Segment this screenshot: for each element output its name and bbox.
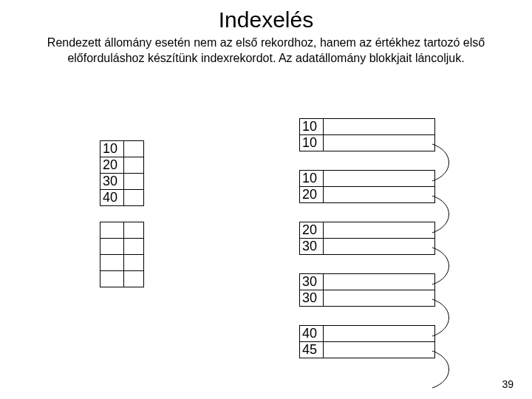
index-table: 10 20 30 40 bbox=[100, 140, 144, 206]
record-key: 30 bbox=[300, 239, 324, 255]
data-block-5: 40 45 bbox=[299, 325, 435, 358]
empty-cell bbox=[100, 222, 124, 239]
empty-cell bbox=[100, 255, 124, 271]
index-ptr bbox=[124, 157, 144, 174]
record-key: 30 bbox=[300, 274, 324, 290]
index-key: 40 bbox=[100, 190, 124, 206]
empty-cell bbox=[100, 239, 124, 255]
empty-cell bbox=[124, 255, 144, 271]
page-number: 39 bbox=[502, 378, 514, 390]
record-key: 10 bbox=[300, 135, 324, 151]
record-data bbox=[324, 274, 435, 290]
data-block-1: 10 10 bbox=[299, 118, 435, 151]
index-ptr bbox=[124, 141, 144, 157]
record-key: 20 bbox=[300, 187, 324, 203]
index-ptr bbox=[124, 174, 144, 190]
record-data bbox=[324, 222, 435, 239]
empty-cell bbox=[124, 239, 144, 255]
record-data bbox=[324, 326, 435, 342]
index-key: 10 bbox=[100, 141, 124, 157]
empty-cell bbox=[124, 271, 144, 287]
record-data bbox=[324, 290, 435, 307]
record-key: 20 bbox=[300, 222, 324, 239]
record-data bbox=[324, 171, 435, 187]
empty-cell bbox=[100, 271, 124, 287]
record-key: 45 bbox=[300, 342, 324, 358]
index-ptr bbox=[124, 190, 144, 206]
record-data bbox=[324, 187, 435, 203]
record-data bbox=[324, 342, 435, 358]
data-block-2: 10 20 bbox=[299, 170, 435, 203]
empty-cell bbox=[124, 222, 144, 239]
record-data bbox=[324, 119, 435, 135]
index-key: 30 bbox=[100, 174, 124, 190]
record-key: 30 bbox=[300, 290, 324, 307]
record-data bbox=[324, 135, 435, 151]
record-key: 40 bbox=[300, 326, 324, 342]
record-key: 10 bbox=[300, 171, 324, 187]
data-block-3: 20 30 bbox=[299, 222, 435, 255]
diagram-canvas: 10 20 30 40 10 10 10 20 20 30 30 30 40 4… bbox=[0, 0, 532, 399]
block-chain-arcs bbox=[0, 0, 532, 399]
index-empty-table bbox=[100, 222, 144, 287]
data-block-4: 30 30 bbox=[299, 273, 435, 307]
record-data bbox=[324, 239, 435, 255]
index-key: 20 bbox=[100, 157, 124, 174]
record-key: 10 bbox=[300, 119, 324, 135]
